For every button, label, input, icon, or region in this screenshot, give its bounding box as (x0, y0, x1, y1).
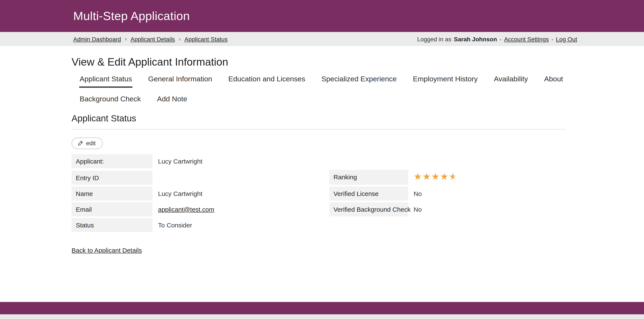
app-header: Multi-Step Application (0, 0, 644, 32)
fields-column-left: Applicant: Lucy Cartwright Entry ID Name… (72, 154, 329, 234)
breadcrumb-bar: Admin Dashboard › Applicant Details › Ap… (0, 32, 644, 46)
field-row-status: Status To Consider (72, 218, 329, 232)
field-value (152, 171, 158, 185)
applicant-fields: Applicant: Lucy Cartwright Entry ID Name… (72, 154, 566, 234)
separator-dash: - (500, 36, 502, 42)
breadcrumb-item-applicant-status[interactable]: Applicant Status (184, 36, 228, 42)
user-session-info: Logged in as Sarah Johnson - Account Set… (417, 36, 577, 42)
pencil-icon (78, 140, 83, 146)
logout-link[interactable]: Log Out (556, 36, 577, 42)
app-footer (0, 302, 644, 314)
tab-employment-history[interactable]: Employment History (412, 74, 478, 88)
edit-button-label: edit (86, 140, 96, 146)
breadcrumb-item-admin-dashboard[interactable]: Admin Dashboard (73, 36, 121, 42)
field-value: To Consider (152, 218, 192, 232)
main-content: View & Edit Applicant Information Applic… (0, 46, 644, 302)
field-row-email: Email applicant@test.com (72, 202, 329, 216)
page: Multi-Step Application Admin Dashboard ›… (0, 0, 644, 319)
field-label: Verified License (329, 186, 408, 200)
tab-education-and-licenses[interactable]: Education and Licenses (228, 74, 306, 88)
field-row-applicant: Applicant: Lucy Cartwright (72, 154, 329, 168)
field-label: Applicant: (72, 154, 152, 168)
breadcrumb: Admin Dashboard › Applicant Details › Ap… (73, 36, 228, 42)
account-settings-link[interactable]: Account Settings (504, 36, 549, 42)
back-to-applicant-details-link[interactable]: Back to Applicant Details (72, 246, 142, 254)
tab-availability[interactable]: Availability (494, 74, 528, 88)
field-label: Email (72, 202, 152, 216)
app-title: Multi-Step Application (73, 9, 190, 23)
ranking-stars: ★★★★★★ (414, 172, 458, 182)
field-label: Status (72, 218, 152, 232)
tab-general-information[interactable]: General Information (148, 74, 213, 88)
field-row-entry-id: Entry ID (72, 171, 329, 185)
star-icon: ★ (422, 172, 431, 182)
tab-background-check[interactable]: Background Check (79, 94, 141, 106)
field-row-verified-background-check: Verified Background Check No (329, 202, 566, 216)
field-row-verified-license: Verified License No (329, 186, 566, 200)
field-row-ranking: Ranking ★★★★★★ (329, 170, 566, 185)
field-row-name: Name Lucy Cartwright (72, 186, 329, 200)
field-label: Verified Background Check (329, 202, 408, 216)
tab-specialized-experience[interactable]: Specialized Experience (321, 74, 397, 88)
tab-row-2: Background Check Add Note (79, 94, 566, 106)
footer-strip (0, 314, 644, 319)
star-icon: ★ (414, 172, 422, 182)
section-title: Applicant Status (72, 113, 566, 124)
page-title: View & Edit Applicant Information (72, 56, 566, 68)
half-star-icon: ★★ (449, 172, 458, 182)
tab-row-1: Applicant Status General Information Edu… (79, 74, 566, 88)
star-icon: ★ (440, 172, 449, 182)
email-link[interactable]: applicant@test.com (158, 206, 214, 213)
field-label: Entry ID (72, 171, 152, 185)
edit-button[interactable]: edit (72, 138, 102, 149)
field-value: Lucy Cartwright (152, 186, 202, 200)
tab-bar: Applicant Status General Information Edu… (79, 74, 566, 106)
fields-column-right: Ranking ★★★★★★ Verified License No Verif… (329, 170, 566, 234)
separator-dash: - (551, 36, 553, 42)
section-divider (72, 129, 566, 130)
field-value: No (408, 202, 422, 216)
star-icon: ★ (431, 172, 440, 182)
field-value: No (408, 186, 422, 200)
tab-applicant-status[interactable]: Applicant Status (79, 74, 132, 88)
breadcrumb-item-applicant-details[interactable]: Applicant Details (130, 36, 175, 42)
chevron-right-icon: › (179, 36, 180, 42)
logged-in-label: Logged in as (417, 36, 451, 42)
tab-about[interactable]: About (544, 74, 564, 88)
chevron-right-icon: › (125, 36, 127, 42)
field-label: Name (72, 186, 152, 200)
field-value: Lucy Cartwright (152, 154, 202, 168)
field-label: Ranking (329, 170, 408, 185)
tab-add-note[interactable]: Add Note (156, 94, 188, 106)
user-name: Sarah Johnson (454, 36, 497, 42)
